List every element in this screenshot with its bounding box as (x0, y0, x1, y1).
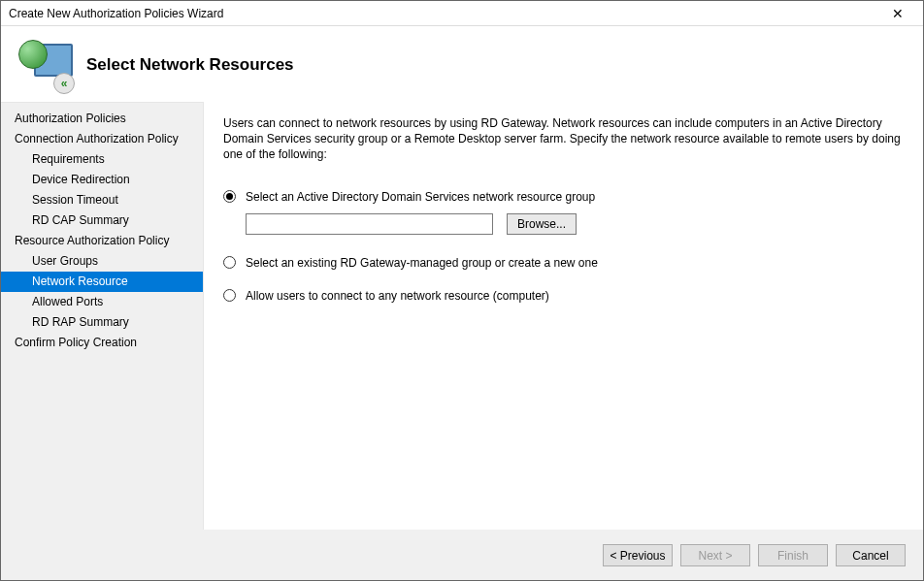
sidebar: Authorization Policies Connection Author… (1, 102, 203, 530)
wizard-header: « Select Network Resources (1, 26, 923, 102)
sidebar-item-resource-auth-policy[interactable]: Resource Authorization Policy (1, 231, 203, 251)
arrows-icon: « (53, 73, 75, 94)
sidebar-item-rd-rap-summary[interactable]: RD RAP Summary (1, 312, 203, 333)
option-any-resource-label: Allow users to connect to any network re… (246, 289, 549, 303)
radio-ad-group[interactable] (223, 190, 236, 203)
option-ad-group[interactable]: Select an Active Directory Domain Servic… (223, 190, 904, 204)
ad-group-input[interactable] (246, 213, 493, 235)
option-existing-group-label: Select an existing RD Gateway-managed gr… (246, 256, 598, 270)
sidebar-item-user-groups[interactable]: User Groups (1, 251, 203, 272)
globe-icon (18, 40, 48, 69)
wizard-footer: < Previous Next > Finish Cancel (1, 530, 923, 580)
wizard-icon: « (18, 38, 73, 92)
previous-button[interactable]: < Previous (603, 544, 673, 566)
wizard-body: Authorization Policies Connection Author… (1, 102, 923, 530)
wizard-window: Create New Authorization Policies Wizard… (0, 0, 924, 581)
option-any-resource[interactable]: Allow users to connect to any network re… (223, 289, 904, 303)
sidebar-item-requirements[interactable]: Requirements (1, 149, 203, 170)
option-existing-group[interactable]: Select an existing RD Gateway-managed gr… (223, 256, 904, 270)
sidebar-item-session-timeout[interactable]: Session Timeout (1, 190, 203, 210)
intro-text: Users can connect to network resources b… (223, 115, 904, 163)
next-button[interactable]: Next > (680, 544, 750, 566)
radio-existing-group[interactable] (223, 256, 236, 269)
browse-button[interactable]: Browse... (507, 213, 577, 235)
close-icon[interactable]: ✕ (878, 2, 917, 25)
window-title: Create New Authorization Policies Wizard (9, 7, 878, 20)
sidebar-item-device-redirection[interactable]: Device Redirection (1, 170, 203, 190)
radio-any-resource[interactable] (223, 289, 236, 302)
sidebar-item-authorization-policies[interactable]: Authorization Policies (1, 109, 203, 129)
sidebar-item-rd-cap-summary[interactable]: RD CAP Summary (1, 210, 203, 231)
titlebar: Create New Authorization Policies Wizard… (1, 1, 923, 26)
main-panel: Users can connect to network resources b… (203, 102, 923, 530)
cancel-button[interactable]: Cancel (836, 544, 906, 566)
sidebar-item-network-resource[interactable]: Network Resource (1, 272, 203, 292)
main-content: Users can connect to network resources b… (204, 102, 923, 530)
ad-group-input-row: Browse... (246, 213, 904, 235)
option-ad-group-label: Select an Active Directory Domain Servic… (246, 190, 595, 204)
sidebar-item-allowed-ports[interactable]: Allowed Ports (1, 292, 203, 312)
sidebar-item-confirm-policy-creation[interactable]: Confirm Policy Creation (1, 333, 203, 353)
sidebar-list: Authorization Policies Connection Author… (1, 109, 203, 353)
sidebar-item-connection-auth-policy[interactable]: Connection Authorization Policy (1, 129, 203, 149)
page-title: Select Network Resources (86, 55, 294, 75)
finish-button[interactable]: Finish (758, 544, 828, 566)
